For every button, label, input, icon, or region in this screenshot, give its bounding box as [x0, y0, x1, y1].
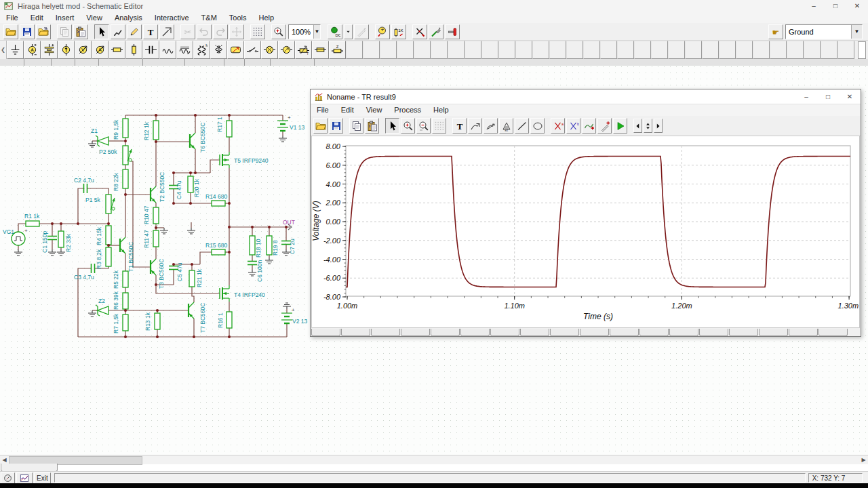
- resistor[interactable]: [189, 270, 195, 287]
- page-previous-button[interactable]: [633, 119, 642, 133]
- gauge-status-button[interactable]: [1, 472, 15, 484]
- result-page-tab[interactable]: [639, 329, 669, 336]
- scroll-right-arrow-icon[interactable]: ▶: [859, 455, 868, 464]
- diagram-status-button[interactable]: [16, 472, 33, 484]
- inductor-component[interactable]: [159, 41, 176, 59]
- page-next-button[interactable]: [654, 119, 663, 133]
- component-empty-slot[interactable]: [600, 41, 617, 59]
- ellipse-draw-button[interactable]: [530, 118, 545, 134]
- resistor[interactable]: [123, 271, 128, 287]
- minimize-button[interactable]: –: [803, 0, 825, 12]
- close-button[interactable]: ✕: [846, 0, 868, 12]
- add-curve-button[interactable]: [582, 118, 596, 134]
- jumper-component[interactable]: [125, 41, 142, 59]
- resistor[interactable]: [267, 236, 272, 255]
- lamp-component[interactable]: [261, 41, 278, 59]
- post-probe-button[interactable]: [597, 118, 612, 134]
- component-empty-slot[interactable]: [821, 41, 837, 59]
- find-component-button[interactable]: ☛: [768, 24, 783, 39]
- component-empty-slot[interactable]: [431, 41, 448, 59]
- zener-diode[interactable]: [96, 136, 108, 146]
- main-menu-tm[interactable]: T&M: [195, 12, 223, 23]
- ground-symbol[interactable]: [248, 270, 256, 276]
- open-button[interactable]: [3, 24, 18, 39]
- hammer-tool-button[interactable]: [445, 24, 460, 39]
- resistor[interactable]: [212, 201, 225, 206]
- current-source-component[interactable]: [58, 41, 75, 59]
- result-paste-button[interactable]: [365, 118, 379, 134]
- run-button[interactable]: [613, 118, 627, 134]
- schematic-wire[interactable]: [192, 287, 194, 302]
- capacitor[interactable]: [47, 237, 57, 240]
- cut-button[interactable]: ✂: [180, 24, 195, 39]
- pin-tool-button[interactable]: [412, 24, 427, 39]
- component-empty-slot[interactable]: [685, 41, 702, 59]
- ground-symbol[interactable]: [283, 303, 291, 309]
- resistor[interactable]: [226, 121, 232, 137]
- main-menu-view[interactable]: View: [80, 12, 108, 23]
- component-empty-slot[interactable]: [651, 41, 668, 59]
- component-empty-slot[interactable]: [736, 41, 753, 59]
- result-select-button[interactable]: [385, 118, 399, 134]
- component-empty-slot[interactable]: [481, 41, 498, 59]
- resistor-component[interactable]: [108, 41, 125, 59]
- main-menu-tools[interactable]: Tools: [223, 12, 253, 23]
- resistor[interactable]: [123, 119, 128, 138]
- component-empty-slot[interactable]: [719, 41, 736, 59]
- symbol-tool-button[interactable]: [159, 24, 174, 39]
- resistor[interactable]: [58, 231, 64, 247]
- component-empty-slot[interactable]: [804, 41, 821, 59]
- component-empty-slot[interactable]: [498, 41, 515, 59]
- result-grid-button[interactable]: [432, 118, 446, 134]
- probe-tool-button[interactable]: [354, 24, 369, 39]
- component-empty-slot[interactable]: [770, 41, 787, 59]
- dc-interactive-button[interactable]: DC: [328, 24, 342, 39]
- schematic-wire[interactable]: [156, 285, 220, 293]
- npn-transistor[interactable]: [190, 133, 195, 149]
- main-menu-edit[interactable]: Edit: [24, 12, 50, 23]
- result-menu-help[interactable]: Help: [427, 104, 455, 116]
- result-page-tab[interactable]: [311, 329, 340, 336]
- potentiometer-component[interactable]: T: [295, 41, 312, 59]
- result-save-button[interactable]: [329, 118, 343, 134]
- result-close-button[interactable]: ✕: [839, 89, 861, 104]
- component-empty-slot[interactable]: [549, 41, 566, 59]
- multimeter-button[interactable]: [375, 24, 390, 39]
- result-page-tab[interactable]: [431, 329, 460, 336]
- relay-component[interactable]: [227, 41, 244, 59]
- schematic-wire[interactable]: [210, 160, 220, 173]
- component-empty-slot[interactable]: [532, 41, 549, 59]
- schematic-wire[interactable]: [87, 188, 108, 195]
- ground-symbol[interactable]: [160, 228, 168, 234]
- potentiometer[interactable]: [106, 195, 115, 214]
- result-page-tab[interactable]: [759, 329, 788, 336]
- potentiometer[interactable]: [123, 146, 132, 165]
- ground-symbol[interactable]: [187, 228, 195, 234]
- capacitor[interactable]: [84, 184, 87, 193]
- inductor-core-component[interactable]: [176, 41, 193, 59]
- ground-symbol[interactable]: [88, 310, 96, 317]
- result-page-tab[interactable]: [341, 329, 370, 336]
- fuse-component[interactable]: [312, 41, 329, 59]
- resistor[interactable]: [188, 176, 193, 192]
- ground-symbol[interactable]: [265, 258, 273, 264]
- voltage-meter-component[interactable]: V: [75, 41, 92, 59]
- result-menu-view[interactable]: View: [360, 104, 389, 116]
- result-page-tab[interactable]: [520, 329, 549, 336]
- result-page-tab[interactable]: [669, 329, 698, 336]
- cursor-a-button[interactable]: a: [551, 118, 565, 134]
- zoom-tool-button[interactable]: [271, 24, 286, 39]
- component-empty-slot[interactable]: [668, 41, 685, 59]
- transient-plot[interactable]: 8.006.004.002.000.00-2.00-4.00-6.00-8.00…: [312, 136, 859, 327]
- result-minimize-button[interactable]: –: [795, 89, 817, 104]
- component-empty-slot[interactable]: [397, 41, 414, 59]
- result-zoom-in-button[interactable]: [401, 118, 415, 134]
- result-page-tab[interactable]: [550, 329, 579, 336]
- curve-slope-button[interactable]: [484, 118, 498, 134]
- schematic-wire[interactable]: [78, 188, 83, 224]
- resistor[interactable]: [123, 169, 128, 188]
- move-button[interactable]: [229, 24, 244, 39]
- npn-transistor[interactable]: [120, 237, 125, 253]
- paste-button[interactable]: [73, 24, 88, 39]
- result-page-tab[interactable]: [818, 329, 848, 336]
